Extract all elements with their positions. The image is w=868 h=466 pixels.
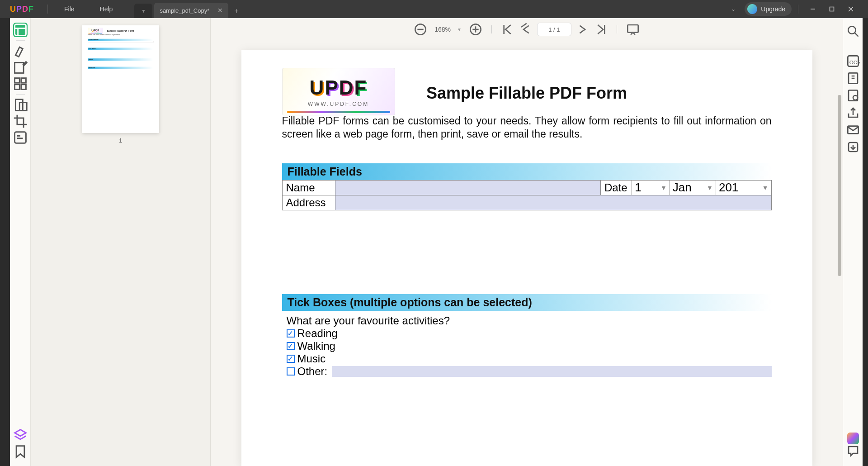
logo-url: WWW.UPDF.COM: [308, 101, 369, 107]
svg-rect-10: [14, 85, 19, 90]
edit-text-icon[interactable]: [13, 60, 28, 75]
zoom-in-button[interactable]: [469, 23, 482, 36]
separator: [47, 5, 48, 14]
thumbnail-page-number: 1: [119, 138, 122, 144]
section-fillable-fields: Fillable Fields: [282, 163, 772, 180]
name-input[interactable]: [335, 180, 600, 195]
separator: [617, 25, 617, 33]
comment-icon[interactable]: [846, 444, 860, 458]
canvas: 168%▼ 1 / 1 UPDF WWW.UPDF.COM Sample Fil…: [211, 18, 843, 466]
last-page-button[interactable]: [594, 23, 608, 36]
svg-rect-14: [14, 132, 26, 143]
menu-help[interactable]: Help: [87, 5, 126, 13]
share-icon[interactable]: [846, 106, 860, 119]
redact-icon[interactable]: [13, 130, 28, 145]
svg-rect-4: [14, 24, 26, 36]
avatar: [747, 4, 757, 14]
page-scroll[interactable]: UPDF WWW.UPDF.COM Sample Fillable PDF Fo…: [211, 41, 843, 466]
checkbox-other-label: Other:: [297, 365, 328, 378]
maximize-button[interactable]: [824, 3, 840, 15]
presentation-icon[interactable]: [626, 23, 640, 36]
svg-rect-8: [14, 78, 19, 83]
tab-dropdown[interactable]: ▼: [134, 4, 152, 18]
mail-icon[interactable]: [846, 123, 860, 137]
other-input[interactable]: [332, 366, 771, 377]
svg-rect-11: [21, 85, 26, 90]
titlebar-right: ⌄ Upgrade: [725, 2, 868, 16]
menu-file[interactable]: File: [52, 5, 87, 13]
right-tool-rail: OCR: [843, 18, 863, 466]
crop-icon[interactable]: [13, 114, 28, 128]
search-icon[interactable]: [846, 24, 860, 38]
label-address: Address: [282, 195, 335, 210]
question-activities: What are your favourite activities?: [282, 314, 772, 327]
prev-page-button[interactable]: [519, 23, 533, 36]
date-month-select[interactable]: Jan▼: [670, 181, 716, 195]
separator: [16, 40, 25, 41]
new-tab-button[interactable]: ＋: [228, 4, 245, 18]
next-page-button[interactable]: [576, 23, 590, 36]
upgrade-label: Upgrade: [761, 5, 785, 13]
checkbox-other[interactable]: [287, 367, 295, 376]
svg-text:OCR: OCR: [849, 59, 859, 65]
document-paragraph: Fillable PDF forms can be customised to …: [282, 114, 772, 141]
tab-title: sample_pdf_Copy*: [160, 7, 209, 14]
zoom-level[interactable]: 168%▼: [432, 26, 464, 33]
minimize-button[interactable]: [805, 3, 821, 15]
svg-rect-22: [627, 25, 638, 33]
checkbox-reading-row: Reading: [282, 327, 772, 340]
thumbnail-panel: UPDFWWW.UPDF.COM Sample Fillable PDF For…: [31, 18, 211, 466]
pages-icon[interactable]: [13, 76, 28, 91]
thumbnails-icon[interactable]: [13, 23, 28, 37]
forms-icon[interactable]: [13, 98, 28, 112]
page-toolbar: 168%▼ 1 / 1: [211, 18, 843, 41]
separator: [16, 94, 25, 95]
upgrade-button[interactable]: Upgrade: [745, 2, 792, 16]
checkbox-walking-label: Walking: [297, 340, 335, 352]
tab-active[interactable]: sample_pdf_Copy* ✕: [154, 3, 228, 18]
form-table: Name Date 1▼ Jan▼ 201▼ Address: [282, 180, 772, 210]
titlebar: UPDF File Help ▼ sample_pdf_Copy* ✕ ＋ ⌄ …: [0, 0, 868, 18]
svg-line-24: [854, 33, 858, 36]
svg-point-29: [853, 95, 858, 100]
address-input[interactable]: [335, 195, 771, 210]
checkbox-walking[interactable]: [287, 342, 295, 350]
ocr-icon[interactable]: OCR: [846, 54, 860, 68]
layers-icon[interactable]: [13, 428, 28, 442]
first-page-button[interactable]: [501, 23, 514, 36]
page-thumbnail[interactable]: UPDFWWW.UPDF.COM Sample Fillable PDF For…: [82, 25, 159, 133]
vertical-scrollbar[interactable]: [837, 95, 842, 466]
export-icon[interactable]: [846, 140, 860, 154]
checkbox-music-row: Music: [282, 352, 772, 365]
checkbox-reading[interactable]: [287, 329, 295, 338]
label-date: Date: [601, 180, 632, 195]
tab-strip: ▼ sample_pdf_Copy* ✕ ＋: [134, 0, 245, 18]
separator: [491, 25, 492, 33]
close-button[interactable]: [843, 3, 859, 15]
document-logo: UPDF WWW.UPDF.COM: [282, 68, 395, 115]
date-year-select[interactable]: 201▼: [716, 181, 771, 195]
zoom-out-button[interactable]: [414, 23, 427, 36]
svg-rect-7: [14, 62, 24, 73]
checkbox-music[interactable]: [287, 355, 295, 363]
document-page: UPDF WWW.UPDF.COM Sample Fillable PDF Fo…: [241, 50, 812, 466]
ai-assistant-icon[interactable]: [847, 433, 859, 444]
section-tick-boxes: Tick Boxes (multiple options can be sele…: [282, 294, 772, 311]
svg-rect-30: [848, 126, 858, 134]
compress-icon[interactable]: [846, 71, 860, 85]
chevron-down-icon[interactable]: ⌄: [725, 3, 742, 15]
workspace: UPDFWWW.UPDF.COM Sample Fillable PDF For…: [10, 18, 863, 466]
left-tool-rail: [10, 18, 31, 466]
bookmark-icon[interactable]: [13, 444, 28, 459]
protect-icon[interactable]: [846, 89, 860, 102]
highlighter-icon[interactable]: [13, 44, 28, 58]
app-logo: UPDF: [0, 5, 44, 14]
page-indicator[interactable]: 1 / 1: [537, 23, 571, 36]
label-name: Name: [282, 180, 335, 195]
checkbox-other-row: Other:: [282, 365, 772, 378]
checkbox-music-label: Music: [297, 352, 326, 365]
svg-rect-1: [830, 7, 834, 11]
date-day-select[interactable]: 1▼: [632, 181, 670, 195]
checkbox-walking-row: Walking: [282, 340, 772, 352]
close-icon[interactable]: ✕: [217, 7, 223, 14]
